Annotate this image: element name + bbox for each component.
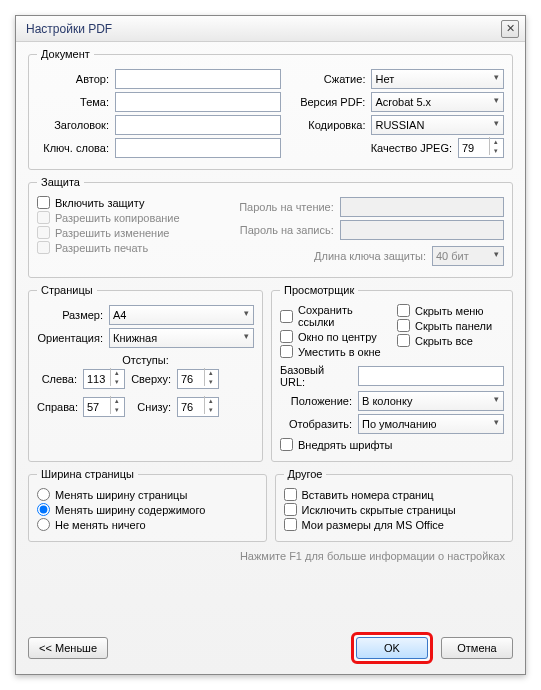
- window-title: Настройки PDF: [26, 22, 501, 36]
- baseurl-label: Базовый URL:: [280, 364, 358, 388]
- layout-label: Положение:: [280, 395, 358, 407]
- ok-emphasis: OK: [351, 632, 433, 664]
- display-label: Отобразить:: [280, 418, 358, 430]
- dialog-window: Настройки PDF ✕ Документ Автор: Тема:: [15, 15, 526, 675]
- hide-panels-checkbox[interactable]: Скрыть панели: [397, 319, 504, 332]
- size-select[interactable]: [109, 305, 254, 325]
- title-input[interactable]: [115, 115, 281, 135]
- bottom-input[interactable]: [177, 397, 219, 417]
- orient-select[interactable]: [109, 328, 254, 348]
- allow-print-checkbox: Разрешить печать: [37, 241, 220, 254]
- write-pw-label: Пароль на запись:: [230, 224, 340, 236]
- allow-copy-checkbox: Разрешить копирование: [37, 211, 220, 224]
- compression-select[interactable]: [371, 69, 504, 89]
- jpeg-label: Качество JPEG:: [291, 142, 458, 154]
- read-pw-label: Пароль на чтение:: [230, 201, 340, 213]
- pdfver-select[interactable]: [371, 92, 504, 112]
- subject-input[interactable]: [115, 92, 281, 112]
- display-select[interactable]: [358, 414, 504, 434]
- change-content-radio[interactable]: Менять ширину содержимого: [37, 503, 258, 516]
- hide-menu-checkbox[interactable]: Скрыть меню: [397, 304, 504, 317]
- titlebar: Настройки PDF ✕: [16, 16, 525, 42]
- left-input[interactable]: [83, 369, 125, 389]
- allow-edit-checkbox: Разрешить изменение: [37, 226, 220, 239]
- pdfver-label: Версия PDF:: [291, 96, 371, 108]
- compression-label: Сжатие:: [291, 73, 371, 85]
- content-area: Документ Автор: Тема: Заголовок:: [16, 42, 525, 632]
- keylen-label: Длина ключа защиты:: [230, 250, 432, 262]
- layout-select[interactable]: [358, 391, 504, 411]
- close-icon: ✕: [506, 22, 515, 35]
- button-bar: << Меньше OK Отмена: [16, 632, 525, 674]
- close-button[interactable]: ✕: [501, 20, 519, 38]
- author-input[interactable]: [115, 69, 281, 89]
- size-label: Размер:: [37, 309, 109, 321]
- right-input[interactable]: [83, 397, 125, 417]
- group-security: Защита Включить защиту Разрешить копиров…: [28, 176, 513, 278]
- jpeg-input[interactable]: [458, 138, 504, 158]
- ms-sizes-checkbox[interactable]: Мои размеры для MS Office: [284, 518, 505, 531]
- hint-text: Нажмите F1 для больше информации о настр…: [28, 550, 505, 562]
- group-document: Документ Автор: Тема: Заголовок:: [28, 48, 513, 170]
- title-label: Заголовок:: [37, 119, 115, 131]
- keywords-label: Ключ. слова:: [37, 142, 115, 154]
- read-pw-input: [340, 197, 504, 217]
- encoding-select[interactable]: [371, 115, 504, 135]
- keylen-select: [432, 246, 504, 266]
- group-other: Другое Вставить номера страниц Исключить…: [275, 468, 514, 542]
- page-numbers-checkbox[interactable]: Вставить номера страниц: [284, 488, 505, 501]
- left-label: Слева:: [37, 373, 83, 385]
- center-window-checkbox[interactable]: Окно по центру: [280, 330, 387, 343]
- right-label: Справа:: [37, 401, 83, 413]
- group-pagewidth-legend: Ширина страницы: [37, 468, 138, 480]
- baseurl-input[interactable]: [358, 366, 504, 386]
- bottom-label: Снизу:: [125, 401, 177, 413]
- cancel-button[interactable]: Отмена: [441, 637, 513, 659]
- encoding-label: Кодировка:: [291, 119, 371, 131]
- author-label: Автор:: [37, 73, 115, 85]
- ok-button[interactable]: OK: [356, 637, 428, 659]
- group-viewer: Просмотрщик Сохранить ссылки Окно по цен…: [271, 284, 513, 462]
- keywords-input[interactable]: [115, 138, 281, 158]
- write-pw-input: [340, 220, 504, 240]
- change-none-radio[interactable]: Не менять ничего: [37, 518, 258, 531]
- margins-label: Отступы:: [122, 354, 169, 366]
- top-input[interactable]: [177, 369, 219, 389]
- hide-all-checkbox[interactable]: Скрыть все: [397, 334, 504, 347]
- group-pagewidth: Ширина страницы Менять ширину страницы М…: [28, 468, 267, 542]
- skip-hidden-checkbox[interactable]: Исключить скрытые страницы: [284, 503, 505, 516]
- orient-label: Ориентация:: [37, 332, 109, 344]
- group-other-legend: Другое: [284, 468, 327, 480]
- group-viewer-legend: Просмотрщик: [280, 284, 358, 296]
- group-pages: Страницы Размер: Ориентация: Отступы: Сл…: [28, 284, 263, 462]
- less-button[interactable]: << Меньше: [28, 637, 108, 659]
- enable-security-checkbox[interactable]: Включить защиту: [37, 196, 220, 209]
- subject-label: Тема:: [37, 96, 115, 108]
- group-pages-legend: Страницы: [37, 284, 97, 296]
- top-label: Сверху:: [125, 373, 177, 385]
- embed-fonts-checkbox[interactable]: Внедрять шрифты: [280, 438, 504, 451]
- change-page-radio[interactable]: Менять ширину страницы: [37, 488, 258, 501]
- group-document-legend: Документ: [37, 48, 94, 60]
- group-security-legend: Защита: [37, 176, 84, 188]
- keep-links-checkbox[interactable]: Сохранить ссылки: [280, 304, 387, 328]
- fit-window-checkbox[interactable]: Уместить в окне: [280, 345, 387, 358]
